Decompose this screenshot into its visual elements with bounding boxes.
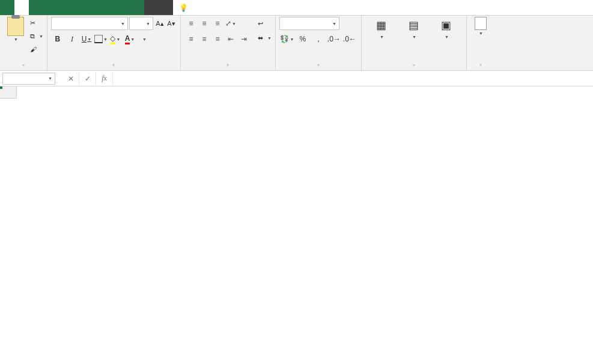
underline-button[interactable]: U▼ <box>80 32 93 46</box>
tab-data[interactable] <box>87 0 101 15</box>
decrease-indent-button[interactable]: ⇤ <box>224 32 237 46</box>
conditional-format-button[interactable]: ▦ ▼ <box>366 17 397 39</box>
paste-button[interactable]: ▼ <box>4 17 28 41</box>
align-middle-button[interactable]: ≡ <box>198 17 211 30</box>
cancel-input-button[interactable]: ✕ <box>62 72 79 85</box>
group-font: ▼ ▼ A▴A▾ B I U▼ ▼ ◇▼ A▼ ▼ <box>47 16 181 70</box>
group-label-clipboard <box>22 61 25 68</box>
select-all-corner[interactable] <box>0 86 17 99</box>
wrap-icon: ↩ <box>258 20 263 28</box>
merge-icon: ⬌ <box>258 34 263 42</box>
group-clipboard: ▼ ✂ ⧉▼ 🖌 <box>0 16 47 70</box>
phonetic-button[interactable]: ▼ <box>138 32 151 46</box>
copy-icon: ⧉ <box>30 32 35 40</box>
comma-button[interactable]: , <box>311 32 326 46</box>
confirm-input-button[interactable]: ✓ <box>79 72 96 85</box>
cell-style-icon: ▣ <box>439 17 454 34</box>
insert-function-button[interactable]: fx <box>96 72 113 85</box>
tab-analyze[interactable] <box>144 0 159 15</box>
group-label-number <box>317 61 320 68</box>
tell-me-box[interactable]: 💡 <box>173 0 197 15</box>
orientation-button[interactable]: ⤢▼ <box>224 17 237 30</box>
group-label-styles <box>413 61 415 68</box>
increase-decimal-button[interactable]: .0→ <box>326 32 342 46</box>
group-cells: ▼ <box>467 16 494 70</box>
name-box[interactable]: ▼ <box>2 73 55 85</box>
align-left-button[interactable]: ≡ <box>184 32 198 46</box>
cut-button[interactable]: ✂ <box>30 17 43 29</box>
border-button[interactable]: ▼ <box>94 32 108 46</box>
align-center-button[interactable]: ≡ <box>198 32 211 46</box>
bold-button[interactable]: B <box>51 32 64 46</box>
group-label-font <box>112 61 115 68</box>
align-bottom-button[interactable]: ≡ <box>211 17 224 30</box>
insert-cells-button[interactable]: ▼ <box>470 17 491 35</box>
align-top-button[interactable]: ≡ <box>184 17 198 30</box>
cell-styles-button[interactable]: ▣ ▼ <box>431 17 461 39</box>
grid-area <box>0 86 593 364</box>
cond-format-icon: ▦ <box>374 17 389 34</box>
tab-developer[interactable] <box>130 0 144 15</box>
bulb-icon: 💡 <box>179 4 188 12</box>
font-name-combo[interactable]: ▼ <box>51 17 128 30</box>
tab-design[interactable] <box>159 0 173 15</box>
merge-center-button[interactable]: ⬌▼ <box>258 31 272 44</box>
number-format-combo[interactable]: ▼ <box>279 17 339 30</box>
group-label-alignment <box>227 61 229 68</box>
tab-home[interactable] <box>14 0 29 15</box>
tab-view[interactable] <box>115 0 130 15</box>
font-size-combo[interactable]: ▼ <box>129 17 153 30</box>
format-painter-button[interactable]: 🖌 <box>30 43 43 55</box>
ribbon-tabs: 💡 <box>0 0 593 16</box>
decrease-decimal-button[interactable]: .0← <box>342 32 357 46</box>
brush-icon: 🖌 <box>30 46 37 53</box>
tab-insert[interactable] <box>29 0 43 15</box>
italic-button[interactable]: I <box>65 32 79 46</box>
align-right-button[interactable]: ≡ <box>211 32 224 46</box>
insert-icon <box>475 17 487 30</box>
ribbon: ▼ ✂ ⧉▼ 🖌 ▼ ▼ A▴A▾ B I U▼ ▼ ◇▼ A▼ <box>0 16 593 71</box>
scissors-icon: ✂ <box>30 19 35 27</box>
group-number: ▼ 💱▼ % , .0→ .0← <box>276 16 362 70</box>
percent-button[interactable]: % <box>295 32 311 46</box>
tab-draw[interactable] <box>43 0 58 15</box>
formula-input[interactable] <box>113 77 593 80</box>
decrease-font-button[interactable]: A▾ <box>166 17 177 30</box>
tab-review[interactable] <box>101 0 115 15</box>
copy-button[interactable]: ⧉▼ <box>30 30 43 42</box>
wrap-text-button[interactable]: ↩ <box>258 17 272 30</box>
increase-indent-button[interactable]: ⇥ <box>237 32 251 46</box>
chevron-down-icon: ▼ <box>14 37 18 41</box>
formula-bar: ▼ ✕ ✓ fx <box>0 71 593 86</box>
table-format-icon: ▤ <box>406 17 422 34</box>
group-styles: ▦ ▼ ▤ ▼ ▣ ▼ <box>362 16 467 70</box>
fill-color-button[interactable]: ◇▼ <box>109 32 122 46</box>
format-as-table-button[interactable]: ▤ ▼ <box>399 17 429 39</box>
increase-font-button[interactable]: A▴ <box>154 17 165 30</box>
group-label-cells <box>479 61 482 68</box>
accounting-button[interactable]: 💱▼ <box>279 32 295 46</box>
paste-icon <box>7 17 24 36</box>
tab-pagelayout[interactable] <box>58 0 72 15</box>
group-alignment: ≡ ≡ ≡ ⤢▼ ≡ ≡ ≡ ⇤ ⇥ ↩ ⬌▼ <box>181 16 276 70</box>
tab-file[interactable] <box>0 0 14 15</box>
tab-formulas[interactable] <box>72 0 87 15</box>
font-color-button[interactable]: A▼ <box>123 32 136 46</box>
